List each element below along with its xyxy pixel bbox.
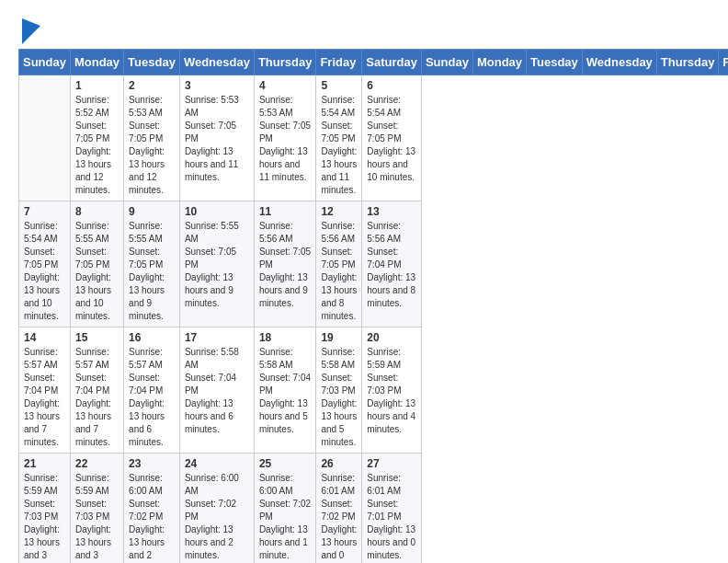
day-number: 14 [24, 331, 65, 344]
day-number: 24 [185, 457, 249, 470]
day-info: Sunrise: 6:01 AMSunset: 7:01 PMDaylight:… [367, 472, 416, 562]
day-number: 8 [75, 205, 119, 218]
header-cell-friday: Friday [316, 50, 362, 75]
day-info: Sunrise: 5:58 AMSunset: 7:04 PMDaylight:… [185, 346, 249, 436]
calendar-cell: 5Sunrise: 5:54 AMSunset: 7:05 PMDaylight… [316, 75, 362, 201]
calendar-cell: 11Sunrise: 5:56 AMSunset: 7:05 PMDayligh… [254, 201, 316, 327]
calendar-week-row: 7Sunrise: 5:54 AMSunset: 7:05 PMDaylight… [19, 201, 729, 327]
day-number: 25 [259, 457, 312, 470]
logo-icon [22, 18, 40, 44]
day-info: Sunrise: 6:01 AMSunset: 7:02 PMDaylight:… [321, 472, 357, 563]
calendar-cell: 15Sunrise: 5:57 AMSunset: 7:04 PMDayligh… [70, 327, 123, 454]
calendar-table: SundayMondayTuesdayWednesdayThursdayFrid… [18, 49, 728, 563]
header-cell-sunday: Sunday [19, 50, 71, 75]
calendar-week-row: 14Sunrise: 5:57 AMSunset: 7:04 PMDayligh… [19, 327, 729, 454]
day-info: Sunrise: 5:54 AMSunset: 7:05 PMDaylight:… [367, 94, 416, 184]
calendar-cell: 22Sunrise: 5:59 AMSunset: 7:03 PMDayligh… [70, 454, 123, 564]
calendar-cell: 18Sunrise: 5:58 AMSunset: 7:04 PMDayligh… [254, 327, 316, 454]
day-number: 5 [321, 79, 357, 92]
day-info: Sunrise: 5:57 AMSunset: 7:04 PMDaylight:… [129, 346, 175, 449]
day-info: Sunrise: 5:57 AMSunset: 7:04 PMDaylight:… [75, 346, 119, 449]
calendar-week-row: 1Sunrise: 5:52 AMSunset: 7:05 PMDaylight… [19, 75, 729, 201]
day-info: Sunrise: 5:59 AMSunset: 7:03 PMDaylight:… [24, 472, 65, 563]
header-cell-saturday: Saturday [362, 50, 422, 75]
day-info: Sunrise: 5:59 AMSunset: 7:03 PMDaylight:… [75, 472, 119, 563]
day-number: 26 [321, 457, 357, 470]
day-number: 21 [24, 457, 65, 470]
calendar-cell: 20Sunrise: 5:59 AMSunset: 7:03 PMDayligh… [362, 327, 422, 454]
calendar-cell: 6Sunrise: 5:54 AMSunset: 7:05 PMDaylight… [362, 75, 422, 201]
day-number: 23 [129, 457, 175, 470]
day-number: 10 [185, 205, 249, 218]
day-info: Sunrise: 6:00 AMSunset: 7:02 PMDaylight:… [185, 472, 249, 562]
header-cell-monday: Monday [472, 50, 526, 75]
day-number: 6 [367, 79, 416, 92]
day-info: Sunrise: 5:54 AMSunset: 7:05 PMDaylight:… [321, 94, 357, 197]
calendar-cell: 16Sunrise: 5:57 AMSunset: 7:04 PMDayligh… [124, 327, 180, 454]
day-number: 11 [259, 205, 312, 218]
day-info: Sunrise: 5:55 AMSunset: 7:05 PMDaylight:… [129, 220, 175, 323]
calendar-cell: 2Sunrise: 5:53 AMSunset: 7:05 PMDaylight… [124, 75, 180, 201]
day-info: Sunrise: 5:57 AMSunset: 7:04 PMDaylight:… [24, 346, 65, 449]
day-number: 17 [185, 331, 249, 344]
header-cell-friday: Friday [719, 50, 728, 75]
svg-marker-0 [22, 18, 40, 44]
calendar-cell: 4Sunrise: 5:53 AMSunset: 7:05 PMDaylight… [254, 75, 316, 201]
day-number: 27 [367, 457, 416, 470]
calendar-cell: 8Sunrise: 5:55 AMSunset: 7:05 PMDaylight… [70, 201, 123, 327]
header-cell-thursday: Thursday [254, 50, 316, 75]
day-info: Sunrise: 6:00 AMSunset: 7:02 PMDaylight:… [259, 472, 312, 562]
calendar-cell: 3Sunrise: 5:53 AMSunset: 7:05 PMDaylight… [179, 75, 254, 201]
day-info: Sunrise: 6:00 AMSunset: 7:02 PMDaylight:… [129, 472, 175, 563]
day-info: Sunrise: 5:56 AMSunset: 7:05 PMDaylight:… [259, 220, 312, 310]
day-number: 1 [75, 79, 119, 92]
day-info: Sunrise: 5:53 AMSunset: 7:05 PMDaylight:… [185, 94, 249, 184]
calendar-cell: 25Sunrise: 6:00 AMSunset: 7:02 PMDayligh… [254, 454, 316, 564]
day-number: 7 [24, 205, 65, 218]
day-info: Sunrise: 5:56 AMSunset: 7:05 PMDaylight:… [321, 220, 357, 323]
day-number: 15 [75, 331, 119, 344]
day-number: 2 [129, 79, 175, 92]
day-number: 18 [259, 331, 312, 344]
day-number: 4 [259, 79, 312, 92]
calendar-cell: 26Sunrise: 6:01 AMSunset: 7:02 PMDayligh… [316, 454, 362, 564]
calendar-cell: 21Sunrise: 5:59 AMSunset: 7:03 PMDayligh… [19, 454, 71, 564]
day-info: Sunrise: 5:58 AMSunset: 7:03 PMDaylight:… [321, 346, 357, 449]
calendar-week-row: 21Sunrise: 5:59 AMSunset: 7:03 PMDayligh… [19, 454, 729, 564]
day-number: 20 [367, 331, 416, 344]
day-info: Sunrise: 5:58 AMSunset: 7:04 PMDaylight:… [259, 346, 312, 436]
header-cell-wednesday: Wednesday [179, 50, 254, 75]
header-cell-tuesday: Tuesday [124, 50, 180, 75]
calendar-cell: 27Sunrise: 6:01 AMSunset: 7:01 PMDayligh… [362, 454, 422, 564]
day-info: Sunrise: 5:52 AMSunset: 7:05 PMDaylight:… [75, 94, 119, 197]
day-info: Sunrise: 5:55 AMSunset: 7:05 PMDaylight:… [185, 220, 249, 310]
calendar-cell: 1Sunrise: 5:52 AMSunset: 7:05 PMDaylight… [70, 75, 123, 201]
day-info: Sunrise: 5:54 AMSunset: 7:05 PMDaylight:… [24, 220, 65, 323]
calendar-cell: 7Sunrise: 5:54 AMSunset: 7:05 PMDaylight… [19, 201, 71, 327]
day-info: Sunrise: 5:53 AMSunset: 7:05 PMDaylight:… [259, 94, 312, 184]
calendar-cell: 13Sunrise: 5:56 AMSunset: 7:04 PMDayligh… [362, 201, 422, 327]
calendar-cell: 10Sunrise: 5:55 AMSunset: 7:05 PMDayligh… [179, 201, 254, 327]
day-number: 22 [75, 457, 119, 470]
day-info: Sunrise: 5:53 AMSunset: 7:05 PMDaylight:… [129, 94, 175, 197]
calendar-cell: 24Sunrise: 6:00 AMSunset: 7:02 PMDayligh… [179, 454, 254, 564]
logo [18, 18, 40, 44]
day-number: 13 [367, 205, 416, 218]
header-cell-monday: Monday [70, 50, 123, 75]
calendar-cell [19, 75, 71, 201]
calendar-cell: 17Sunrise: 5:58 AMSunset: 7:04 PMDayligh… [179, 327, 254, 454]
header-cell-sunday: Sunday [421, 50, 472, 75]
day-info: Sunrise: 5:56 AMSunset: 7:04 PMDaylight:… [367, 220, 416, 310]
calendar-cell: 14Sunrise: 5:57 AMSunset: 7:04 PMDayligh… [19, 327, 71, 454]
calendar-container: SundayMondayTuesdayWednesdayThursdayFrid… [9, 49, 719, 563]
header [9, 9, 719, 49]
day-number: 19 [321, 331, 357, 344]
day-number: 16 [129, 331, 175, 344]
calendar-cell: 23Sunrise: 6:00 AMSunset: 7:02 PMDayligh… [124, 454, 180, 564]
day-number: 3 [185, 79, 249, 92]
day-info: Sunrise: 5:59 AMSunset: 7:03 PMDaylight:… [367, 346, 416, 436]
calendar-cell: 19Sunrise: 5:58 AMSunset: 7:03 PMDayligh… [316, 327, 362, 454]
header-cell-thursday: Thursday [656, 50, 719, 75]
day-info: Sunrise: 5:55 AMSunset: 7:05 PMDaylight:… [75, 220, 119, 323]
header-cell-tuesday: Tuesday [527, 50, 583, 75]
